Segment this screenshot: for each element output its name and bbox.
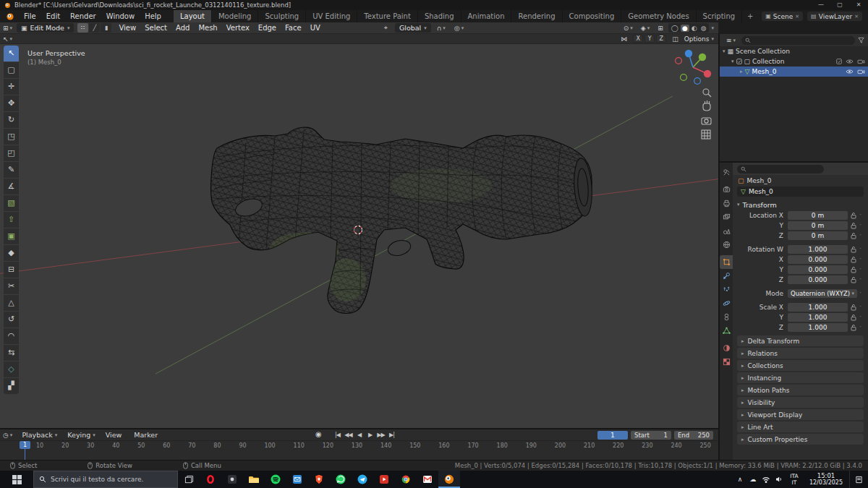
mirror-axis-toggle[interactable]: Z — [656, 35, 666, 43]
viewport-menu-item[interactable]: Edge — [254, 22, 281, 34]
snap-magnet-icon[interactable]: ∩▾ — [434, 25, 448, 32]
disable-render-icon[interactable] — [857, 59, 865, 64]
proportional-edit-icon[interactable]: ◎▾ — [451, 25, 467, 32]
prev-keyframe-button[interactable]: ◀◀ — [344, 430, 353, 440]
tool-annotate[interactable]: ✎ — [4, 162, 19, 178]
start-button[interactable] — [0, 471, 33, 488]
tab-constraints[interactable] — [720, 310, 733, 324]
panel-header[interactable]: ▸ Viewport Display — [737, 409, 864, 420]
workspace-tab[interactable]: Scripting — [697, 10, 742, 22]
menu-item[interactable]: File — [19, 10, 41, 22]
tool-spin[interactable]: ↺ — [4, 312, 19, 328]
tab-object[interactable] — [720, 255, 733, 269]
animate-dot[interactable]: · — [857, 290, 864, 296]
mirror-axis-toggle[interactable]: Y — [644, 35, 655, 43]
shading-wireframe-button[interactable]: ◯ — [670, 25, 680, 32]
animate-dot[interactable]: · — [857, 232, 864, 239]
outliner-search-input[interactable] — [753, 37, 851, 44]
language-indicator[interactable]: ITAIT — [786, 473, 803, 486]
value-field[interactable]: 1.000 — [788, 323, 848, 332]
timeline-editor-icon[interactable]: ◷▾ — [0, 432, 15, 439]
tool-measure[interactable]: ∡ — [4, 179, 19, 194]
hide-eye-icon[interactable] — [846, 59, 854, 64]
value-field[interactable]: 0.000 — [788, 255, 848, 264]
value-field[interactable]: 1.000 — [788, 313, 848, 322]
tab-modifiers[interactable] — [720, 269, 733, 283]
viewport-menu-item[interactable]: UV — [306, 22, 325, 34]
chrome-icon[interactable] — [395, 471, 417, 488]
workspace-tab[interactable]: Sculpting — [258, 10, 306, 22]
collection-checkbox-icon[interactable] — [736, 59, 742, 64]
lock-icon[interactable] — [850, 232, 857, 239]
scene-selector[interactable]: ▣ Scene ✕ — [762, 12, 803, 21]
workspace-tab[interactable]: UV Editing — [306, 10, 357, 22]
scene-unlink-icon[interactable]: ✕ — [795, 14, 799, 20]
taskbar-search-input[interactable] — [51, 476, 172, 483]
lock-icon[interactable] — [850, 212, 857, 219]
value-field[interactable]: 0.000 — [788, 275, 848, 284]
expand-icon[interactable]: ▾ — [731, 59, 734, 64]
animate-dot[interactable]: · — [857, 212, 864, 218]
tool-edge-slide[interactable]: ⇆ — [4, 345, 19, 361]
options-dropdown[interactable]: Options▾ — [684, 35, 714, 43]
transform-panel-header[interactable]: ▾ Transform — [733, 199, 868, 210]
object-name-field[interactable]: ▽ Mesh_0 — [737, 187, 864, 197]
app-icon-dark[interactable] — [221, 471, 243, 488]
panel-header[interactable]: ▸ Motion Paths — [737, 385, 864, 395]
tool-move[interactable]: ✥ — [4, 95, 19, 111]
tray-expand-icon[interactable]: ∧ — [733, 476, 746, 483]
disable-render-icon[interactable] — [857, 69, 865, 74]
menu-item[interactable]: Render — [65, 10, 101, 22]
auto-keying-button[interactable]: ◉ — [315, 430, 322, 438]
zoom-icon[interactable] — [703, 89, 711, 97]
pivot-icon[interactable]: ⌖ — [381, 24, 391, 32]
tool-cursor[interactable]: ✛ — [4, 79, 19, 95]
play-button[interactable]: ▶ — [365, 430, 375, 440]
volume-icon[interactable] — [773, 471, 786, 488]
rotation-mode-dropdown[interactable]: Quaternion (WXYZ) ▾ — [788, 289, 857, 298]
app-icon-red[interactable] — [373, 471, 395, 488]
tool-extrude-region[interactable]: ⇧ — [4, 212, 19, 228]
shading-material-button[interactable]: ◐ — [690, 25, 699, 32]
pan-hand-icon[interactable] — [703, 100, 710, 111]
network-wifi-icon[interactable] — [760, 471, 773, 488]
viewport-scene[interactable] — [0, 34, 718, 428]
timeline-ruler[interactable]: 1020304050607080901001101201301401501601… — [0, 441, 718, 461]
viewport-menu-item[interactable]: Add — [171, 22, 194, 34]
properties-search-input[interactable] — [749, 166, 820, 173]
workspace-tab[interactable]: Shading — [418, 10, 461, 22]
tab-view-layer[interactable] — [720, 210, 733, 224]
workspace-tab[interactable]: Modeling — [212, 10, 259, 22]
add-workspace-button[interactable]: + — [742, 10, 758, 22]
shading-dropdown-icon[interactable]: ▾ — [711, 25, 714, 31]
maximize-button[interactable]: ▢ — [830, 0, 849, 10]
menu-item[interactable]: Window — [101, 10, 140, 22]
jump-to-start-button[interactable]: |◀ — [333, 430, 342, 440]
workspace-tab[interactable]: Layout — [174, 10, 212, 22]
tool-scale[interactable]: ◳ — [4, 129, 19, 145]
gmail-icon[interactable] — [417, 471, 438, 488]
clock[interactable]: 15:0112/03/2025 — [803, 472, 849, 487]
play-reverse-button[interactable]: ◀ — [354, 430, 364, 440]
animate-dot[interactable]: · — [857, 266, 864, 273]
tab-physics[interactable] — [720, 296, 733, 310]
timeline-menu-item[interactable]: View — [101, 431, 129, 439]
blender-app-icon[interactable] — [6, 12, 14, 21]
vertex-select-button[interactable]: ∷ — [77, 23, 88, 33]
opera-browser-icon[interactable] — [200, 471, 221, 488]
face-select-button[interactable]: ▮ — [101, 23, 111, 33]
value-field[interactable]: 1.000 — [788, 303, 848, 312]
tab-texture[interactable] — [720, 355, 733, 369]
lock-icon[interactable] — [850, 246, 857, 253]
outliner-row-mesh0[interactable]: ▸ ▽ Mesh_0 — [720, 67, 868, 77]
task-view-button[interactable] — [178, 471, 200, 488]
tool-inset-faces[interactable]: ▣ — [4, 228, 19, 244]
tool-loop-cut[interactable]: ⊟ — [4, 262, 19, 278]
lock-icon[interactable] — [850, 266, 857, 273]
mode-dropdown[interactable]: ▣ Edit Mode ▾ — [17, 23, 74, 33]
workspace-tab[interactable]: Rendering — [511, 10, 562, 22]
show-gizmo-button[interactable]: ⊙▾ — [621, 25, 636, 32]
properties-search[interactable] — [737, 165, 824, 174]
tab-particles[interactable] — [720, 283, 733, 296]
timeline-menu-item[interactable]: Keying▾ — [62, 431, 100, 439]
